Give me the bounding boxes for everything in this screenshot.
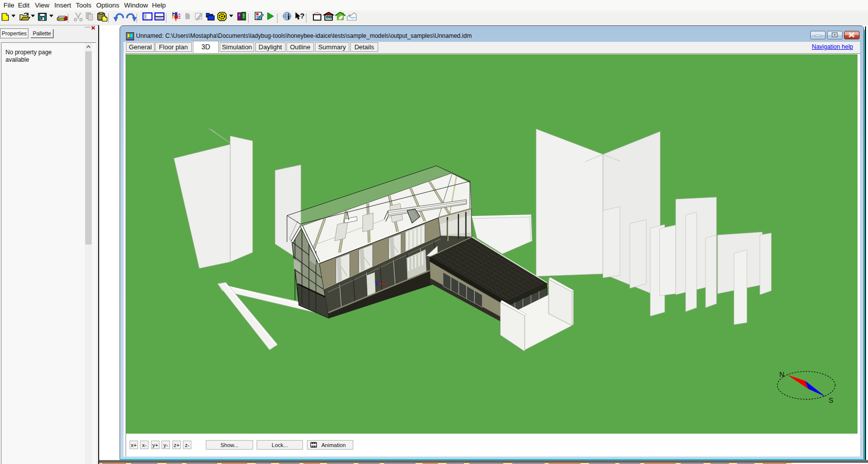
svg-text:S: S [829, 396, 833, 404]
svg-text:N: N [779, 370, 784, 378]
svg-text:?: ? [300, 12, 304, 20]
svg-text:i: i [288, 12, 290, 21]
